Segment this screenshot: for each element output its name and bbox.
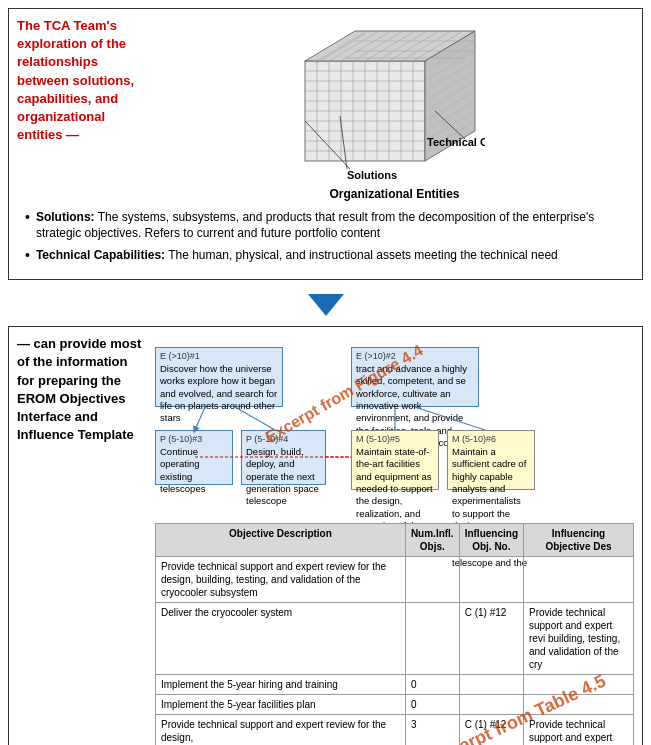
bullet-item-2: • Technical Capabilities: The human, phy… bbox=[25, 247, 634, 265]
diag-label-m5: M (5-10)#5 bbox=[356, 434, 434, 446]
diag-text-e1: Discover how the universe works explore … bbox=[160, 363, 278, 425]
cube-svg: Solutions Technical Capabilities bbox=[275, 21, 485, 181]
diag-box-m6: M (5-10)#6 Maintain a sufficient cadre o… bbox=[447, 430, 535, 490]
cell-desc-3: Implement the 5-year facilities plan bbox=[156, 695, 406, 715]
cell-num-3: 0 bbox=[405, 695, 459, 715]
diag-label-m6: M (5-10)#6 bbox=[452, 434, 530, 446]
bullet-body-2: The human, physical, and instructional a… bbox=[168, 248, 558, 262]
top-panel: The TCA Team's exploration of the relati… bbox=[8, 8, 643, 280]
data-table: Objective Description Num.Infl. Objs. In… bbox=[155, 523, 634, 745]
cell-inflDesc-2 bbox=[524, 675, 634, 695]
bullet-text-2: Technical Capabilities: The human, physi… bbox=[36, 247, 558, 265]
diag-label-p3: P (5-10)#3 bbox=[160, 434, 228, 446]
cell-desc-0: Provide technical support and expert rev… bbox=[156, 557, 406, 603]
cell-infl-0 bbox=[459, 557, 523, 603]
bullet-body-1: The systems, subsystems, and products th… bbox=[36, 210, 594, 240]
col-header-num: Num.Infl. Objs. bbox=[405, 524, 459, 557]
cell-inflDesc-3 bbox=[524, 695, 634, 715]
diag-text-p4: Design, build, deploy, and operate the n… bbox=[246, 446, 321, 508]
top-title: The TCA Team's exploration of the relati… bbox=[17, 17, 147, 201]
bottom-content: — can provide most of the information fo… bbox=[17, 335, 634, 745]
cube-diagram: Solutions Technical Capabilities bbox=[275, 21, 515, 181]
cell-desc-4: Provide technical support and expert rev… bbox=[156, 715, 406, 745]
diag-box-e2: E (>10)#2 tract and advance a highly ski… bbox=[351, 347, 479, 407]
cell-infl-4: C (1) #12 bbox=[459, 715, 523, 745]
bullet-dot-2: • bbox=[25, 246, 30, 265]
table-row: Implement the 5-year facilities plan 0 bbox=[156, 695, 634, 715]
table-row: Deliver the cryocooler system C (1) #12 … bbox=[156, 603, 634, 675]
col-header-infl-desc: Influencing Objective Des bbox=[524, 524, 634, 557]
org-entities-label: Organizational Entities bbox=[329, 187, 459, 201]
cell-num-0 bbox=[405, 557, 459, 603]
cube-area: Solutions Technical Capabilities Organiz… bbox=[155, 17, 634, 201]
bottom-panel: — can provide most of the information fo… bbox=[8, 326, 643, 745]
arrow-divider bbox=[0, 288, 651, 322]
down-arrow-icon bbox=[308, 294, 344, 316]
bullet-label-1: Solutions: bbox=[36, 210, 95, 224]
bullet-text-1: Solutions: The systems, subsystems, and … bbox=[36, 209, 634, 241]
svg-text:Solutions: Solutions bbox=[347, 169, 397, 181]
table-row: Provide technical support and expert rev… bbox=[156, 715, 634, 745]
diag-container: E (>10)#1 Discover how the universe work… bbox=[155, 335, 634, 515]
diag-text-p3: Continue operating existing telescopes bbox=[160, 446, 228, 495]
bottom-title: — can provide most of the information fo… bbox=[17, 335, 147, 745]
table-body: Provide technical support and expert rev… bbox=[156, 557, 634, 745]
svg-text:Technical Capabilities: Technical Capabilities bbox=[427, 136, 485, 148]
diag-label-e2: E (>10)#2 bbox=[356, 351, 474, 363]
bullet-dot-1: • bbox=[25, 208, 30, 241]
bullet-section: • Solutions: The systems, subsystems, an… bbox=[17, 209, 634, 271]
cell-num-1 bbox=[405, 603, 459, 675]
table-header: Objective Description Num.Infl. Objs. In… bbox=[156, 524, 634, 557]
bullet-item-1: • Solutions: The systems, subsystems, an… bbox=[25, 209, 634, 241]
top-content: The TCA Team's exploration of the relati… bbox=[17, 17, 634, 201]
cell-infl-2 bbox=[459, 675, 523, 695]
cell-infl-1: C (1) #12 bbox=[459, 603, 523, 675]
col-header-desc: Objective Description bbox=[156, 524, 406, 557]
cell-num-2: 0 bbox=[405, 675, 459, 695]
cell-infl-3 bbox=[459, 695, 523, 715]
bullet-label-2: Technical Capabilities: bbox=[36, 248, 165, 262]
cell-inflDesc-1: Provide technical support and expert rev… bbox=[524, 603, 634, 675]
diag-box-p3: P (5-10)#3 Continue operating existing t… bbox=[155, 430, 233, 485]
cell-inflDesc-0 bbox=[524, 557, 634, 603]
diag-box-m5: M (5-10)#5 Maintain state-of-the-art fac… bbox=[351, 430, 439, 490]
cell-inflDesc-4: Provide technical support and expert rev… bbox=[524, 715, 634, 745]
cell-desc-1: Deliver the cryocooler system bbox=[156, 603, 406, 675]
table-row: Implement the 5-year hiring and training… bbox=[156, 675, 634, 695]
cell-desc-2: Implement the 5-year hiring and training bbox=[156, 675, 406, 695]
diag-label-e1: E (>10)#1 bbox=[160, 351, 278, 363]
cell-num-4: 3 bbox=[405, 715, 459, 745]
table-wrapper: Objective Description Num.Infl. Objs. In… bbox=[155, 515, 634, 745]
diag-box-e1: E (>10)#1 Discover how the universe work… bbox=[155, 347, 283, 407]
diag-box-p4: P (5-10)#4 Design, build, deploy, and op… bbox=[241, 430, 326, 485]
diag-label-p4: P (5-10)#4 bbox=[246, 434, 321, 446]
diagram-area: E (>10)#1 Discover how the universe work… bbox=[155, 335, 634, 745]
col-header-infl: Influencing Obj. No. bbox=[459, 524, 523, 557]
table-row: Provide technical support and expert rev… bbox=[156, 557, 634, 603]
